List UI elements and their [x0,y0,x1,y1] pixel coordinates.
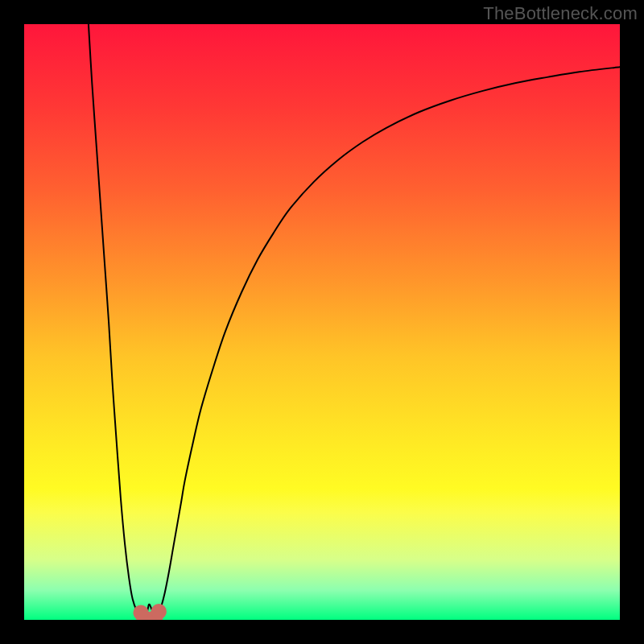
outer-frame: TheBottleneck.com [0,0,644,644]
attribution-label: TheBottleneck.com [483,3,638,24]
plot-area [24,24,620,620]
marker-dip-right-wall [151,604,167,619]
plot-svg [24,24,620,620]
plot-background [24,24,620,620]
